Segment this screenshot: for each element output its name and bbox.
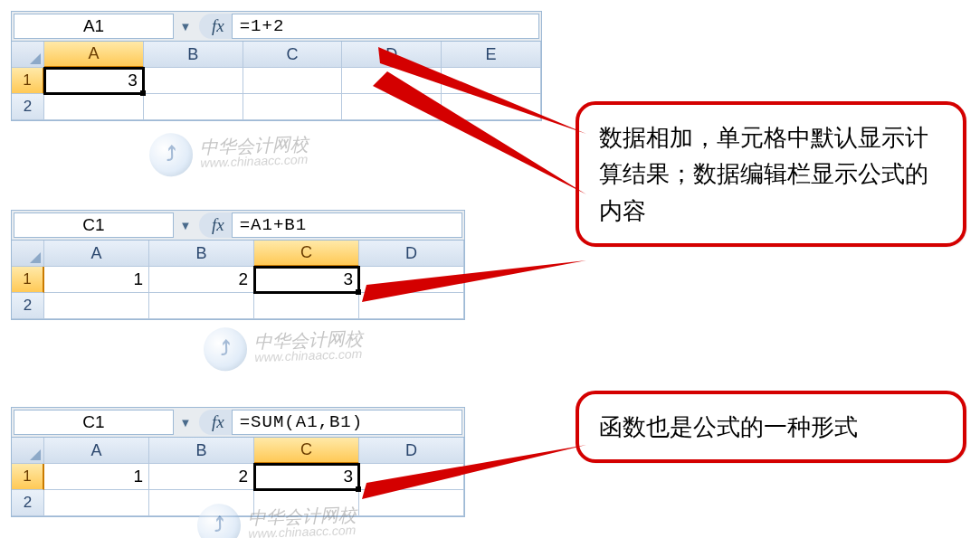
formula-input[interactable]: =1+2	[232, 14, 539, 39]
row-header-2[interactable]: 2	[12, 293, 44, 319]
cell-D2[interactable]	[342, 94, 442, 120]
formula-bar: A1▼fx=1+2	[12, 12, 541, 42]
column-header-C[interactable]: C	[243, 42, 343, 68]
row-header-2[interactable]: 2	[12, 490, 44, 516]
row-header-1[interactable]: 1	[12, 68, 44, 94]
watermark: ⤴ 中华会计网校www.chinaacc.com	[148, 128, 309, 177]
cell-A1[interactable]: 3	[44, 68, 144, 94]
formula-input[interactable]: =SUM(A1,B1)	[232, 410, 462, 435]
cell-B1[interactable]: 2	[149, 267, 254, 293]
fx-button[interactable]: fx	[199, 14, 232, 39]
cell-A2[interactable]	[44, 94, 144, 120]
cell-D1[interactable]	[359, 464, 464, 490]
fx-icon: fx	[212, 412, 224, 432]
cell-A2[interactable]	[44, 293, 149, 319]
spreadsheet-grid: ABCDE132	[12, 42, 541, 120]
cell-A1[interactable]: 1	[44, 464, 149, 490]
cell-D1[interactable]	[342, 68, 442, 94]
cell-D2[interactable]	[359, 293, 464, 319]
cell-E2[interactable]	[442, 94, 541, 120]
name-box-dropdown-icon[interactable]: ▼	[176, 211, 195, 240]
formula-bar: C1▼fx=SUM(A1,B1)	[12, 408, 464, 438]
column-header-D[interactable]: D	[359, 241, 464, 267]
name-box-dropdown-icon[interactable]: ▼	[176, 408, 195, 437]
cell-C1[interactable]: 3	[254, 464, 359, 490]
cell-B1[interactable]: 2	[149, 464, 254, 490]
name-box-dropdown-icon[interactable]: ▼	[176, 12, 195, 41]
column-header-A[interactable]: A	[44, 241, 149, 267]
column-header-C[interactable]: C	[254, 438, 359, 464]
column-header-B[interactable]: B	[144, 42, 243, 68]
cell-C2[interactable]	[254, 293, 359, 319]
fx-button[interactable]: fx	[199, 212, 232, 238]
column-header-A[interactable]: A	[44, 438, 149, 464]
cell-B2[interactable]	[149, 293, 254, 319]
column-header-D[interactable]: D	[359, 438, 464, 464]
select-all-corner[interactable]	[12, 241, 44, 267]
row-header-1[interactable]: 1	[12, 464, 44, 490]
formula-bar: C1▼fx=A1+B1	[12, 211, 464, 241]
formula-input[interactable]: =A1+B1	[232, 212, 462, 238]
column-header-B[interactable]: B	[149, 438, 254, 464]
column-header-B[interactable]: B	[149, 241, 254, 267]
excel-example-2: C1▼fx=A1+B1ABCD11232	[11, 210, 465, 320]
cell-D2[interactable]	[359, 490, 464, 516]
cell-A2[interactable]	[44, 490, 149, 516]
cell-B2[interactable]	[149, 490, 254, 516]
callout-formula-explanation: 数据相加，单元格中默认显示计算结果；数据编辑栏显示公式的内容	[576, 101, 966, 247]
name-box[interactable]: A1	[14, 14, 174, 39]
cell-C1[interactable]: 3	[254, 267, 359, 293]
name-box[interactable]: C1	[14, 410, 174, 435]
column-header-D[interactable]: D	[342, 42, 442, 68]
column-header-E[interactable]: E	[442, 42, 541, 68]
column-header-A[interactable]: A	[44, 42, 144, 68]
cell-C1[interactable]	[243, 68, 343, 94]
spreadsheet-grid: ABCD11232	[12, 241, 464, 319]
cell-E1[interactable]	[442, 68, 541, 94]
callout-function-explanation: 函数也是公式的一种形式	[576, 391, 966, 463]
watermark: ⤴ 中华会计网校www.chinaacc.com	[203, 323, 364, 372]
fx-icon: fx	[212, 215, 224, 235]
cell-B1[interactable]	[144, 68, 243, 94]
name-box[interactable]: C1	[14, 212, 174, 238]
select-all-corner[interactable]	[12, 438, 44, 464]
spreadsheet-grid: ABCD11232	[12, 438, 464, 516]
cell-D1[interactable]	[359, 267, 464, 293]
cell-C2[interactable]	[243, 94, 343, 120]
row-header-1[interactable]: 1	[12, 267, 44, 293]
cell-B2[interactable]	[144, 94, 243, 120]
excel-example-1: A1▼fx=1+2ABCDE132	[11, 11, 542, 121]
excel-example-3: C1▼fx=SUM(A1,B1)ABCD11232	[11, 407, 465, 517]
fx-button[interactable]: fx	[199, 410, 232, 435]
row-header-2[interactable]: 2	[12, 94, 44, 120]
cell-A1[interactable]: 1	[44, 267, 149, 293]
cell-C2[interactable]	[254, 490, 359, 516]
fx-icon: fx	[212, 16, 224, 36]
column-header-C[interactable]: C	[254, 241, 359, 267]
select-all-corner[interactable]	[12, 42, 44, 68]
